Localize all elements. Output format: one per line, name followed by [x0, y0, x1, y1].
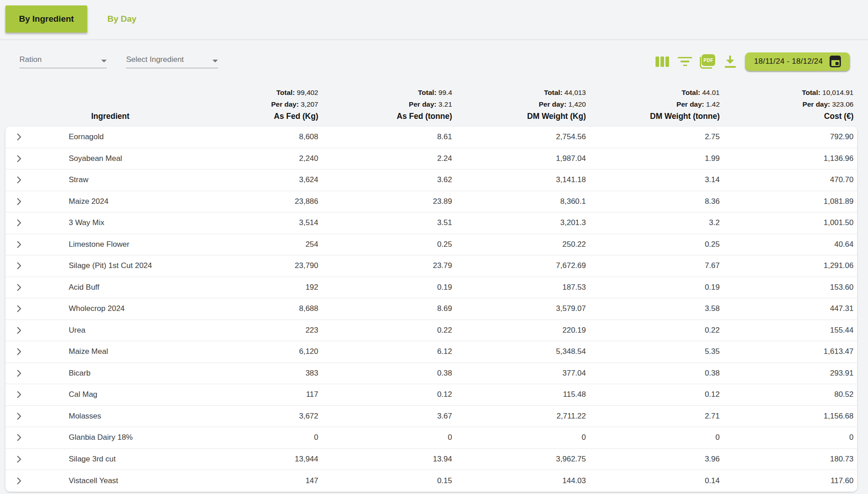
date-range-label: 18/11/24 - 18/12/24	[754, 57, 823, 66]
table-row[interactable]: Wholecrop 2024 8,6888.693,579.073.58447.…	[5, 298, 857, 320]
row-value-cell: 0.14	[590, 476, 723, 485]
row-value-cell: 383	[188, 369, 322, 378]
row-value-cell: 0	[188, 433, 322, 442]
row-value-cell: 0	[322, 433, 456, 442]
row-value-cell: 0	[590, 433, 723, 442]
expand-chevron-icon[interactable]	[14, 432, 24, 443]
ingredients-table: Ingredient Total: 99,402 Per day: 3,207 …	[5, 74, 857, 492]
row-chevron-cell	[5, 303, 33, 314]
table-header-row: Ingredient Total: 99,402 Per day: 3,207 …	[5, 74, 857, 127]
row-chevron-cell	[5, 196, 33, 207]
table-row[interactable]: Molasses 3,6723.672,711.222.711,156.68	[5, 406, 857, 428]
row-value-cell: 3,514	[188, 218, 322, 227]
ingredient-name: Molasses	[33, 412, 188, 421]
row-value-cell: 254	[188, 240, 322, 249]
columns-icon	[656, 56, 669, 67]
expand-chevron-icon[interactable]	[14, 411, 24, 422]
expand-chevron-icon[interactable]	[14, 282, 24, 293]
ingredient-select-label: Select Ingredient	[126, 55, 184, 64]
table-row[interactable]: Cal Mag 1170.12115.480.1280.52	[5, 384, 857, 406]
row-value-cell: 40.64	[723, 240, 857, 249]
table-row[interactable]: Limestone Flower 2540.25250.220.2540.64	[5, 234, 857, 256]
table-row[interactable]: Maize 2024 23,88623.898,360.18.361,081.8…	[5, 191, 857, 213]
table-row[interactable]: Urea 2230.22220.190.22155.44	[5, 320, 857, 342]
row-value-cell: 470.70	[723, 175, 857, 184]
row-chevron-cell	[5, 239, 33, 250]
expand-chevron-icon[interactable]	[14, 325, 24, 336]
row-value-cell: 3.67	[322, 412, 456, 421]
row-value-cell: 3,201.3	[456, 218, 590, 227]
expand-chevron-icon[interactable]	[14, 260, 24, 271]
ration-select[interactable]: Ration	[19, 55, 107, 68]
expand-chevron-icon[interactable]	[14, 196, 24, 207]
expand-chevron-icon[interactable]	[14, 346, 24, 357]
tab-by-day[interactable]: By Day	[87, 5, 156, 33]
row-value-cell: 1,136.96	[723, 154, 857, 163]
table-row[interactable]: 3 Way Mix 3,5143.513,201.33.21,001.50	[5, 212, 857, 234]
ingredient-name: Glanbia Dairy 18%	[33, 433, 188, 442]
tab-by-ingredient[interactable]: By Ingredient	[5, 5, 87, 33]
expand-chevron-icon[interactable]	[14, 475, 24, 486]
pdf-export-button[interactable]: PDF	[700, 54, 715, 69]
ingredient-select[interactable]: Select Ingredient	[126, 55, 218, 68]
row-chevron-cell	[5, 260, 33, 271]
row-value-cell: 0.38	[590, 369, 723, 378]
row-value-cell: 0	[456, 433, 590, 442]
ingredient-name: Maize 2024	[33, 197, 188, 206]
ration-select-label: Ration	[19, 55, 42, 64]
table-row[interactable]: Silage (Pit) 1st Cut 2024 23,79023.797,6…	[5, 255, 857, 277]
row-value-cell: 8.36	[590, 197, 723, 206]
filter-button[interactable]	[677, 54, 693, 69]
row-value-cell: 23.89	[322, 197, 456, 206]
table-row[interactable]: Glanbia Dairy 18% 00000	[5, 427, 857, 449]
row-value-cell: 1,001.50	[723, 218, 857, 227]
table-row[interactable]: Acid Buff 1920.19187.530.19153.60	[5, 277, 857, 299]
table-row[interactable]: Soyabean Meal 2,2402.241,987.041.991,136…	[5, 148, 857, 170]
table-row[interactable]: Silage 3rd cut 13,94413.943,962.753.9618…	[5, 449, 857, 470]
row-value-cell: 8.61	[322, 132, 456, 141]
download-icon	[725, 56, 736, 68]
row-value-cell: 0.25	[590, 240, 723, 249]
ingredient-name: Acid Buff	[33, 283, 188, 292]
row-value-cell: 3.62	[322, 175, 456, 184]
ingredient-name: Maize Meal	[33, 347, 188, 356]
download-button[interactable]	[722, 54, 738, 69]
row-value-cell: 250.22	[456, 240, 590, 249]
row-value-cell: 5,348.54	[456, 347, 590, 356]
expand-chevron-icon[interactable]	[14, 239, 24, 250]
table-row[interactable]: Vistacell Yeast 1470.15144.030.14117.60	[5, 470, 857, 492]
row-value-cell: 0.12	[590, 390, 723, 399]
row-chevron-cell	[5, 475, 33, 486]
row-chevron-cell	[5, 282, 33, 293]
ingredient-name: Silage 3rd cut	[33, 455, 188, 464]
table-row[interactable]: Maize Meal 6,1206.125,348.545.351,613.47	[5, 341, 857, 363]
row-value-cell: 23.79	[322, 261, 456, 270]
row-value-cell: 187.53	[456, 283, 590, 292]
row-chevron-cell	[5, 174, 33, 185]
columns-button[interactable]	[655, 54, 670, 69]
expand-chevron-icon[interactable]	[14, 389, 24, 400]
ingredient-name: Vistacell Yeast	[33, 476, 188, 485]
table-row[interactable]: Bicarb 3830.38377.040.38293.91	[5, 363, 857, 385]
row-value-cell: 117	[188, 390, 322, 399]
expand-chevron-icon[interactable]	[14, 153, 24, 164]
row-value-cell: 155.44	[723, 326, 857, 335]
table-row[interactable]: Straw 3,6243.623,141.183.14470.70	[5, 169, 857, 191]
row-value-cell: 8,688	[188, 304, 322, 313]
row-value-cell: 3,672	[188, 412, 322, 421]
row-value-cell: 13.94	[322, 455, 456, 464]
row-value-cell: 0.19	[322, 283, 456, 292]
ingredient-name: Bicarb	[33, 369, 188, 378]
filter-icon	[678, 57, 692, 66]
expand-chevron-icon[interactable]	[14, 174, 24, 185]
expand-chevron-icon[interactable]	[14, 368, 24, 379]
expand-chevron-icon[interactable]	[14, 217, 24, 228]
row-value-cell: 5.35	[590, 347, 723, 356]
date-range-button[interactable]: 18/11/24 - 18/12/24	[745, 52, 850, 71]
table-row[interactable]: Eornagold 8,6088.612,754.562.75792.90	[5, 127, 857, 148]
expand-chevron-icon[interactable]	[14, 454, 24, 465]
expand-chevron-icon[interactable]	[14, 303, 24, 314]
expand-chevron-icon[interactable]	[14, 132, 24, 142]
row-value-cell: 6.12	[322, 347, 456, 356]
row-value-cell: 3.14	[590, 175, 723, 184]
